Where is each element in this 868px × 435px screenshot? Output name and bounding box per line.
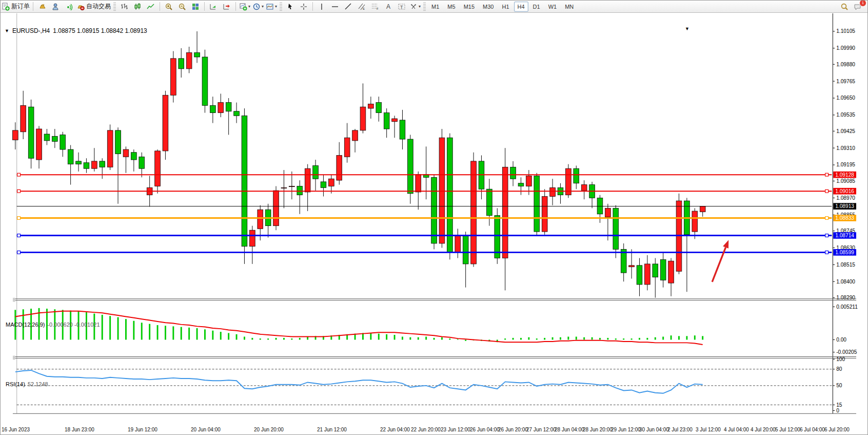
candle	[400, 120, 405, 139]
autotrade-button[interactable]: 自动交易	[76, 1, 111, 12]
scroll-caret-icon[interactable]: ▼	[685, 26, 689, 31]
hline-button[interactable]	[329, 1, 341, 12]
arrows-button[interactable]: ▾	[409, 1, 421, 12]
line-handle	[825, 234, 828, 237]
price-tag: 1.09128	[833, 172, 856, 178]
hline-icon	[331, 3, 339, 11]
svg-text:100: 100	[836, 356, 845, 362]
tile-windows-button[interactable]	[189, 1, 202, 12]
toolbar-grip[interactable]	[280, 3, 282, 11]
svg-text:1.09310: 1.09310	[836, 145, 855, 151]
candle	[218, 103, 224, 113]
toolbar-grip[interactable]	[423, 3, 426, 11]
time-label: 18 Jun 23:00	[65, 427, 94, 432]
svg-text:1.08515: 1.08515	[836, 262, 855, 268]
data-window-button[interactable]	[49, 1, 62, 12]
template-button[interactable]: ▾	[265, 1, 278, 12]
svg-text:1.08714: 1.08714	[835, 233, 854, 238]
time-label: 26 Jun 04:00	[470, 427, 500, 432]
candle	[100, 161, 105, 167]
candle	[305, 168, 310, 192]
candle	[337, 155, 342, 180]
zoom-out-button[interactable]	[176, 1, 188, 12]
line-handle	[825, 251, 828, 254]
text-button[interactable]: A	[382, 1, 394, 12]
arrows-icon	[409, 3, 418, 11]
timeframe-button-D1[interactable]: D1	[529, 2, 544, 12]
vline-button[interactable]	[315, 1, 328, 12]
market-watch-button[interactable]	[36, 1, 48, 12]
cursor-button[interactable]	[284, 1, 297, 12]
period-menu-button[interactable]: ▾	[252, 1, 264, 12]
dropdown-arrow-icon[interactable]: ▾	[248, 4, 250, 9]
chart-shift-button[interactable]	[221, 1, 233, 12]
candle	[526, 176, 532, 186]
timeframe-button-MN[interactable]: MN	[561, 2, 577, 12]
candle	[52, 136, 57, 141]
candle	[250, 230, 255, 246]
candle	[179, 59, 184, 69]
candle	[510, 167, 516, 179]
symbol-dropdown-icon[interactable]: ▼	[5, 28, 9, 33]
candle	[534, 176, 540, 232]
svg-text:1.09990: 1.09990	[836, 45, 855, 51]
chart-window[interactable]: 1.101051.099901.098801.097651.096501.095…	[1, 12, 868, 435]
candle	[115, 130, 121, 154]
new-chart-button[interactable]: ▾	[239, 1, 251, 12]
zoom-out-icon	[178, 3, 186, 11]
candle	[12, 130, 18, 140]
dropdown-arrow-icon[interactable]: ▾	[262, 4, 264, 9]
time-label: 23 Jun 12:00	[441, 427, 470, 432]
line-chart-button[interactable]	[145, 1, 157, 12]
timeframe-button-H1[interactable]: H1	[498, 2, 512, 12]
candle	[487, 189, 492, 215]
candle	[171, 59, 176, 95]
dropdown-arrow-icon[interactable]: ▾	[419, 4, 421, 9]
timeframe-button-M30[interactable]: M30	[479, 2, 497, 12]
timeframe-button-M1[interactable]: M1	[428, 2, 443, 12]
svg-text:1.09128: 1.09128	[835, 172, 854, 178]
toolbar-grip[interactable]	[113, 3, 116, 11]
rsi-value: 52.1248	[28, 381, 48, 387]
channel-button[interactable]: E	[356, 1, 368, 12]
svg-text:1.08970: 1.08970	[836, 195, 855, 201]
signals-button[interactable]	[63, 1, 75, 12]
zoom-in-button[interactable]	[163, 1, 175, 12]
candle	[518, 183, 524, 186]
svg-text:F: F	[377, 7, 379, 10]
auto-scroll-button[interactable]	[207, 1, 220, 12]
line-handle	[17, 190, 21, 193]
bar-chart-button[interactable]	[118, 1, 130, 12]
crosshair-button[interactable]	[298, 1, 310, 12]
price-tag: 1.08599	[833, 249, 856, 256]
pane-resize-grip[interactable]	[13, 356, 15, 360]
candle	[36, 129, 42, 160]
candle	[107, 130, 113, 167]
clock-icon	[252, 3, 261, 11]
candle-chart-button[interactable]	[131, 1, 144, 12]
signal-icon	[65, 3, 73, 11]
search-button[interactable]	[838, 1, 851, 12]
toolbar-separator	[33, 2, 33, 11]
candle	[131, 153, 136, 160]
label-button[interactable]: T	[396, 1, 408, 12]
chat-badge: 1	[859, 0, 866, 7]
timeframe-button-M5[interactable]: M5	[444, 2, 459, 12]
timeframe-button-M15[interactable]: M15	[460, 2, 478, 12]
chat-button[interactable]: 1	[852, 1, 864, 12]
trendline-button[interactable]	[342, 1, 354, 12]
time-label: 28 Jun 04:00	[555, 427, 584, 432]
chart-canvas[interactable]: 1.101051.099901.098801.097651.096501.095…	[1, 13, 868, 435]
new-order-button[interactable]: 新订单	[1, 1, 30, 12]
dropdown-arrow-icon[interactable]: ▾	[275, 4, 277, 9]
candle	[613, 208, 619, 249]
pane-resize-grip[interactable]	[13, 298, 15, 302]
fibonacci-button[interactable]: F	[369, 1, 381, 12]
channel-icon: E	[358, 3, 366, 11]
timeframe-button-W1[interactable]: W1	[545, 2, 561, 12]
candle	[139, 157, 145, 168]
mt4-terminal-window: 新订单自动交易▾▾▾EFAT▾M1M5M15M30H1H4D1W1MN1 1.1…	[0, 0, 868, 435]
toolbar-separator	[235, 2, 236, 11]
candle	[368, 104, 374, 108]
timeframe-button-H4[interactable]: H4	[514, 2, 528, 12]
